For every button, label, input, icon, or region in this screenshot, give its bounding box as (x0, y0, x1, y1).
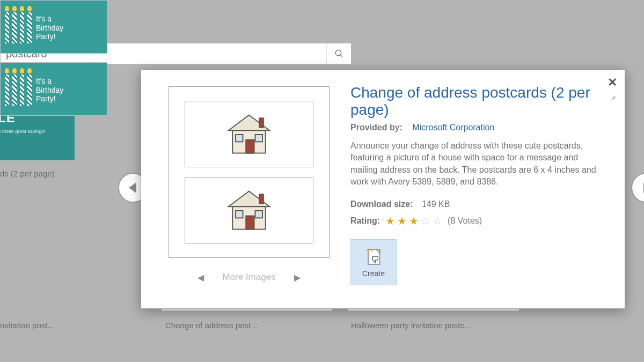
svg-rect-7 (259, 118, 264, 127)
star-icon: ☆ (421, 215, 430, 227)
template-preview-image (169, 86, 330, 258)
create-label: Create (362, 269, 385, 278)
template-preview-dialog: ✕ (141, 70, 625, 309)
more-images-pager: ◀ More Images ▶ (197, 272, 300, 283)
rating-stars[interactable]: ★ ★ ★ ☆ ☆ (385, 215, 442, 227)
tile-caption: Halloween party invitation postc... (351, 321, 471, 330)
tile-subtext: don't miss these great savings! (0, 129, 64, 134)
candles-icon (5, 75, 32, 106)
candles-icon (5, 12, 32, 43)
svg-rect-11 (236, 211, 243, 218)
tile-caption: Change of address post... (165, 321, 258, 330)
tile-text: It's aBirthdayParty! (36, 14, 63, 41)
download-size: Download size: 149 KB (350, 200, 605, 209)
download-size-label: Download size: (350, 200, 413, 209)
star-icon: ★ (397, 215, 407, 227)
tile-caption: ds (2 per page) (0, 169, 55, 178)
template-tile-birthday-2[interactable]: It's aBirthdayParty! (0, 62, 107, 116)
svg-rect-4 (246, 140, 254, 153)
info-column: Change of address postcards (2 per page)… (345, 70, 625, 308)
template-tile-birthday-1[interactable]: It's aBirthdayParty! (0, 0, 107, 54)
search-button[interactable] (326, 43, 351, 64)
download-size-value: 149 KB (422, 200, 450, 209)
house-icon (223, 187, 275, 234)
template-description: Announce your change of address with the… (350, 140, 597, 187)
svg-rect-6 (255, 135, 262, 142)
next-image-button[interactable]: ▶ (294, 272, 301, 283)
prev-image-button[interactable]: ◀ (197, 272, 204, 283)
chevron-left-icon (129, 182, 136, 193)
svg-line-1 (340, 55, 342, 57)
provided-value: Microsoft Corporation (412, 123, 494, 132)
provided-label: Provided by: (350, 123, 402, 132)
tile-text: It's aBirthdayParty! (36, 77, 63, 104)
svg-point-0 (335, 50, 341, 56)
star-icon: ★ (385, 215, 395, 227)
rating-label: Rating: (350, 216, 380, 226)
create-button[interactable]: Create (350, 239, 397, 285)
new-document-icon (364, 247, 383, 267)
tile-caption: nvitation post... (0, 321, 54, 330)
preview-column: ◀ More Images ▶ (141, 70, 345, 308)
svg-rect-13 (259, 194, 264, 203)
rating-row: Rating: ★ ★ ★ ☆ ☆ (8 Votes) (350, 215, 605, 227)
star-icon: ☆ (433, 215, 442, 227)
provided-by: Provided by: Microsoft Corporation (350, 123, 605, 132)
postcard-preview-1 (185, 101, 313, 167)
star-icon: ★ (409, 215, 419, 227)
svg-rect-10 (246, 216, 254, 230)
svg-rect-5 (236, 135, 243, 142)
search-icon (334, 49, 344, 58)
postcard-preview-2 (185, 177, 313, 243)
template-title: Change of address postcards (2 per page) (350, 84, 605, 119)
svg-rect-12 (255, 211, 262, 218)
rating-votes: (8 Votes) (448, 216, 482, 226)
more-images-label: More Images (222, 272, 275, 283)
house-icon (223, 110, 275, 158)
